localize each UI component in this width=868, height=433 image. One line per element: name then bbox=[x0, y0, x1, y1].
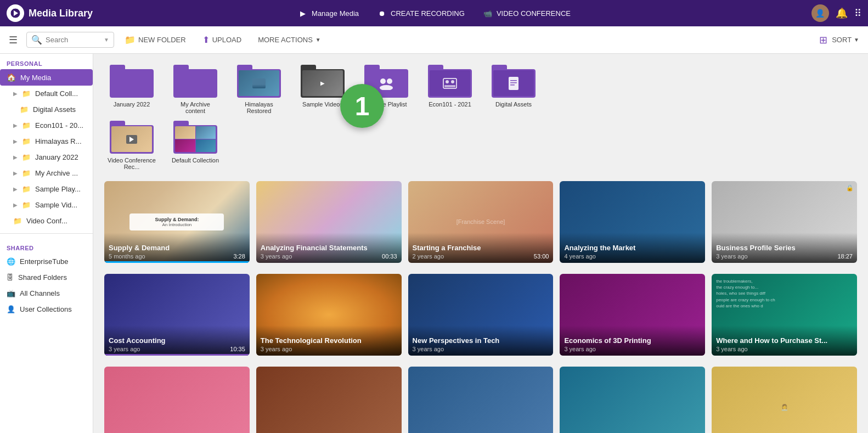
video-card-where-how-purchase[interactable]: the troublemakers,the crazy enough to...… bbox=[712, 274, 857, 356]
more-actions-dropdown-icon: ▼ bbox=[315, 37, 321, 43]
search-input[interactable] bbox=[46, 36, 100, 44]
video-title: Analyzing the Market bbox=[564, 244, 701, 252]
video-overlay: Economics of 3D Printing 3 years ago bbox=[560, 325, 705, 356]
create-recording-btn[interactable]: ⏺ CREATE RECORDING bbox=[369, 4, 472, 22]
video-overlay: Cost Accounting 3 years ago 10:35 bbox=[104, 325, 250, 356]
video-duration: 00:33 bbox=[382, 253, 397, 260]
folder-body bbox=[110, 69, 154, 98]
sidebar-item-shared-folders[interactable]: 🗄 Shared Folders bbox=[0, 269, 93, 285]
folder-icon: 📁 bbox=[13, 217, 22, 225]
expand-icon: ▶ bbox=[13, 91, 18, 97]
notifications-icon[interactable]: 🔔 bbox=[836, 7, 848, 19]
folder-econ101[interactable]: Econ101 - 2021 bbox=[422, 65, 477, 114]
folder-icon: 📁 bbox=[22, 137, 31, 145]
app-logo[interactable]: Media Library bbox=[7, 4, 93, 22]
folder-label: Video Conference Rec... bbox=[107, 157, 156, 170]
video-meta: 3 years ago bbox=[413, 346, 549, 352]
new-folder-btn[interactable]: 📁 NEW FOLDER bbox=[119, 31, 192, 48]
folder-video-conf-rec[interactable]: Video Conference Rec... bbox=[104, 121, 159, 170]
search-dropdown-icon[interactable]: ▼ bbox=[104, 37, 109, 43]
main-layout: PERSONAL 🏠 My Media ▶ 📁 Default Coll... … bbox=[0, 54, 868, 433]
folder-icon-wrap bbox=[237, 65, 281, 98]
folder-icon: 📁 bbox=[22, 89, 31, 98]
top-nav-right: 👤 🔔 ⠿ bbox=[811, 4, 861, 22]
expand-icon: ▶ bbox=[13, 186, 18, 192]
video-card-tech-revolution[interactable]: The Technological Revolution 3 years ago bbox=[256, 274, 402, 356]
folder-body bbox=[237, 69, 281, 98]
sidebar-item-my-media[interactable]: 🏠 My Media bbox=[0, 69, 93, 86]
sidebar-item-january-2022[interactable]: ▶ 📁 January 2022 bbox=[0, 149, 93, 165]
manage-media-btn[interactable]: ▶ Manage Media bbox=[290, 4, 367, 22]
sidebar-item-sample-play[interactable]: ▶ 📁 Sample Play... bbox=[0, 181, 93, 197]
video-conference-btn[interactable]: 📹 VIDEO CONFERENCE bbox=[475, 4, 578, 22]
folders-grid: January 2022 My Archive content bbox=[104, 65, 857, 114]
folder-body bbox=[110, 125, 154, 154]
more-actions-btn[interactable]: MORE ACTIONS ▼ bbox=[252, 32, 327, 47]
video-overlay: Business Profile Series 3 years ago 18:2… bbox=[712, 233, 857, 263]
folder-icon-wrap: ▶ bbox=[301, 65, 345, 98]
upload-btn[interactable]: ⬆ UPLOAD bbox=[196, 31, 247, 48]
user-avatar[interactable]: 👤 bbox=[811, 4, 829, 22]
svg-point-6 bbox=[446, 80, 449, 83]
onboarding-badge[interactable]: 1 bbox=[340, 84, 384, 128]
video-age: 3 years ago bbox=[716, 253, 747, 260]
video-title: Where and How to Purchase St... bbox=[716, 336, 853, 345]
grid-view-btn[interactable]: ⊞ bbox=[819, 34, 827, 46]
search-bar[interactable]: 🔍 ▼ bbox=[26, 32, 114, 48]
video-age: 3 years ago bbox=[261, 346, 292, 352]
video-title: Analyzing Financial Statements bbox=[261, 244, 397, 252]
new-folder-icon: 📁 bbox=[125, 35, 136, 45]
sidebar-item-user-collections[interactable]: 👤 User Collections bbox=[0, 301, 93, 317]
video-card-new-perspectives[interactable]: New Perspectives in Tech 3 years ago bbox=[408, 274, 554, 356]
video-overlay: Where and How to Purchase St... 3 years … bbox=[712, 325, 857, 356]
video-meta: 3 years ago 00:33 bbox=[261, 253, 397, 260]
sidebar-divider bbox=[0, 233, 93, 234]
video-meta: 3 years ago 10:35 bbox=[109, 346, 245, 352]
apps-icon[interactable]: ⠿ bbox=[854, 7, 861, 19]
folder-icon: 📁 bbox=[22, 201, 31, 209]
video-card-row3a[interactable] bbox=[104, 367, 250, 433]
sidebar-item-himalayas[interactable]: ▶ 📁 Himalayas R... bbox=[0, 133, 93, 149]
folder-default-collection[interactable]: Default Collection bbox=[168, 121, 223, 170]
sidebar: PERSONAL 🏠 My Media ▶ 📁 Default Coll... … bbox=[0, 54, 93, 433]
svg-rect-8 bbox=[444, 85, 455, 87]
sidebar-item-my-archive[interactable]: ▶ 📁 My Archive ... bbox=[0, 165, 93, 181]
folder-january-2022[interactable]: January 2022 bbox=[104, 65, 159, 114]
video-card-row3e[interactable]: 👩‍💼 bbox=[712, 367, 857, 433]
video-title: Starting a Franchise bbox=[413, 244, 549, 252]
video-card-starting-franchise[interactable]: [Franchise Scene] Starting a Franchise 2… bbox=[408, 181, 554, 263]
video-title: Economics of 3D Printing bbox=[564, 336, 701, 345]
manage-media-icon: ▶ bbox=[297, 8, 308, 19]
video-card-economics-3d[interactable]: Economics of 3D Printing 3 years ago bbox=[560, 274, 705, 356]
video-card-business-profile[interactable]: 🔒 Business Profile Series 3 years ago 18… bbox=[712, 181, 857, 263]
video-age: 3 years ago bbox=[413, 346, 444, 352]
folder-digital-assets[interactable]: Digital Assets bbox=[486, 65, 541, 114]
sort-btn[interactable]: SORT ▼ bbox=[832, 36, 859, 44]
folder-body bbox=[492, 69, 536, 98]
sidebar-item-enterprise-tube[interactable]: 🌐 EnterpriseTube bbox=[0, 254, 93, 269]
folder-himalayas[interactable]: Himalayas Restored bbox=[232, 65, 286, 114]
folder-body bbox=[173, 125, 217, 154]
sidebar-item-econ101[interactable]: ▶ 📁 Econ101 - 20... bbox=[0, 117, 93, 133]
video-card-cost-accounting[interactable]: Cost Accounting 3 years ago 10:35 bbox=[104, 274, 250, 356]
video-overlay: New Perspectives in Tech 3 years ago bbox=[408, 325, 554, 356]
sidebar-item-digital-assets[interactable]: 📁 Digital Assets bbox=[0, 102, 93, 117]
video-meta: 3 years ago bbox=[716, 346, 853, 352]
video-card-analyzing-market[interactable]: Analyzing the Market 4 years ago bbox=[560, 181, 705, 263]
sidebar-item-default-coll[interactable]: ▶ 📁 Default Coll... bbox=[0, 86, 93, 102]
folder-label: January 2022 bbox=[114, 101, 150, 108]
hamburger-icon[interactable]: ☰ bbox=[9, 34, 18, 46]
video-card-analyzing-financial[interactable]: Analyzing Financial Statements 3 years a… bbox=[256, 181, 402, 263]
upload-icon: ⬆ bbox=[202, 35, 210, 45]
video-card-row3c[interactable] bbox=[408, 367, 554, 433]
video-card-row3b[interactable] bbox=[256, 367, 402, 433]
folder-my-archive[interactable]: My Archive content bbox=[168, 65, 223, 114]
sidebar-item-all-channels[interactable]: 📺 All Channels bbox=[0, 285, 93, 301]
folder-icon: 📁 bbox=[22, 185, 31, 193]
sidebar-item-sample-vid[interactable]: ▶ 📁 Sample Vid... bbox=[0, 197, 93, 213]
video-age: 2 years ago bbox=[413, 253, 444, 260]
sidebar-item-video-conf[interactable]: 📁 Video Conf... bbox=[0, 213, 93, 229]
video-card-row3d[interactable] bbox=[560, 367, 705, 433]
video-card-supply-demand[interactable]: Supply & Demand: An Introduction Supply … bbox=[104, 181, 250, 263]
video-age: 3 years ago bbox=[261, 253, 292, 260]
